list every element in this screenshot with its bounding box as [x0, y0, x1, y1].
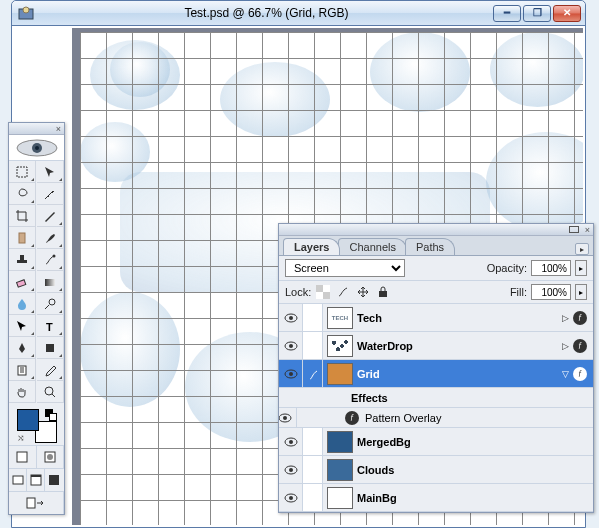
visibility-toggle[interactable]	[279, 408, 297, 427]
link-cell[interactable]	[303, 360, 323, 387]
visibility-toggle[interactable]	[279, 428, 303, 455]
collapse-icon[interactable]: ▽	[562, 369, 569, 379]
notes-tool[interactable]	[9, 359, 36, 381]
tab-layers[interactable]: Layers	[283, 238, 340, 255]
palette-header[interactable]: ×	[279, 224, 593, 236]
fx-icon[interactable]: ƒ	[573, 367, 587, 381]
layer-name[interactable]: Grid	[357, 368, 562, 380]
layer-thumbnail[interactable]	[327, 335, 353, 357]
slice-tool[interactable]	[37, 205, 64, 227]
swap-colors-icon[interactable]: ⤭	[17, 433, 25, 443]
visibility-toggle[interactable]	[279, 360, 303, 387]
layer-thumbnail[interactable]	[327, 431, 353, 453]
link-cell[interactable]	[303, 304, 323, 331]
visibility-toggle[interactable]	[279, 484, 303, 511]
close-button[interactable]: ✕	[553, 5, 581, 22]
move-tool[interactable]	[37, 161, 64, 183]
quickmask-mode-button[interactable]	[37, 446, 65, 468]
layer-row[interactable]: WaterDrop ▷ƒ	[279, 332, 593, 360]
layer-row[interactable]: Grid ▽ƒ	[279, 360, 593, 388]
layer-name[interactable]: Tech	[357, 312, 562, 324]
link-cell[interactable]	[303, 484, 323, 511]
fx-icon[interactable]: ƒ	[573, 339, 587, 353]
path-select-tool[interactable]	[9, 315, 36, 337]
effect-row[interactable]: ƒ Pattern Overlay	[279, 408, 593, 428]
standard-mode-button[interactable]	[9, 446, 37, 468]
close-icon[interactable]: ×	[585, 225, 590, 235]
layer-thumbnail[interactable]	[327, 487, 353, 509]
minimize-button[interactable]: ━	[493, 5, 521, 22]
screen-mode-standard[interactable]	[9, 469, 27, 491]
heal-tool[interactable]	[9, 227, 36, 249]
expand-icon[interactable]: ▷	[562, 313, 569, 323]
visibility-toggle[interactable]	[279, 304, 303, 331]
layer-name[interactable]: WaterDrop	[357, 340, 562, 352]
layers-palette[interactable]: × Layers Channels Paths Screen Opacity: …	[278, 223, 594, 513]
layer-thumbnail[interactable]	[327, 459, 353, 481]
close-icon[interactable]: ×	[56, 124, 61, 134]
tab-paths[interactable]: Paths	[405, 238, 455, 255]
screen-mode-menubar[interactable]	[27, 469, 45, 491]
lock-transparency-icon[interactable]	[315, 284, 331, 300]
svg-point-10	[49, 299, 55, 305]
layer-name[interactable]: MainBg	[357, 492, 593, 504]
brush-tool[interactable]	[37, 227, 64, 249]
expand-icon[interactable]: ▷	[562, 341, 569, 351]
zoom-tool[interactable]	[37, 381, 64, 403]
gradient-tool[interactable]	[37, 271, 64, 293]
visibility-toggle[interactable]	[279, 332, 303, 359]
pen-tool[interactable]	[9, 337, 36, 359]
layer-row[interactable]: Clouds	[279, 456, 593, 484]
toolbox-palette[interactable]: × T ⤭	[8, 122, 65, 515]
blur-tool[interactable]	[9, 293, 36, 315]
palette-menu-button[interactable]	[575, 243, 589, 255]
visibility-toggle[interactable]	[279, 456, 303, 483]
titlebar[interactable]: Test.psd @ 66.7% (Grid, RGB) ━ ❐ ✕	[12, 1, 585, 26]
jump-to-button[interactable]	[9, 492, 64, 514]
layer-row[interactable]: TECH Tech ▷ƒ	[279, 304, 593, 332]
shape-tool[interactable]	[37, 337, 64, 359]
foreground-color-swatch[interactable]	[17, 409, 39, 431]
layer-thumbnail[interactable]: TECH	[327, 307, 353, 329]
svg-point-14	[45, 387, 53, 395]
color-swatches[interactable]: ⤭	[9, 403, 64, 445]
opacity-flyout[interactable]: ▸	[575, 260, 587, 276]
default-colors-icon[interactable]	[45, 409, 57, 421]
fill-flyout[interactable]: ▸	[575, 284, 587, 300]
effects-header[interactable]: Effects	[279, 388, 593, 408]
crop-tool[interactable]	[9, 205, 36, 227]
layer-list[interactable]: TECH Tech ▷ƒ WaterDrop ▷ƒ Grid ▽ƒ Effect…	[279, 304, 593, 512]
blend-mode-select[interactable]: Screen	[285, 259, 405, 277]
eyedropper-tool[interactable]	[37, 359, 64, 381]
fill-label: Fill:	[510, 286, 527, 298]
history-brush-tool[interactable]	[37, 249, 64, 271]
type-tool[interactable]: T	[37, 315, 64, 337]
fill-input[interactable]	[531, 284, 571, 300]
lock-all-icon[interactable]	[375, 284, 391, 300]
maximize-button[interactable]: ❐	[523, 5, 551, 22]
hand-tool[interactable]	[9, 381, 36, 403]
dock-icon[interactable]	[569, 226, 579, 233]
wand-tool[interactable]	[37, 183, 64, 205]
stamp-tool[interactable]	[9, 249, 36, 271]
eraser-tool[interactable]	[9, 271, 36, 293]
fx-icon[interactable]: ƒ	[573, 311, 587, 325]
layer-thumbnail[interactable]	[327, 363, 353, 385]
layer-row[interactable]: MergedBg	[279, 428, 593, 456]
screen-mode-full[interactable]	[45, 469, 63, 491]
layer-name[interactable]: Clouds	[357, 464, 593, 476]
tab-channels[interactable]: Channels	[338, 238, 406, 255]
layer-name[interactable]: MergedBg	[357, 436, 593, 448]
effect-name[interactable]: Pattern Overlay	[365, 412, 441, 424]
link-cell[interactable]	[303, 456, 323, 483]
lock-position-icon[interactable]	[355, 284, 371, 300]
lock-image-icon[interactable]	[335, 284, 351, 300]
palette-header[interactable]: ×	[9, 123, 64, 135]
opacity-input[interactable]	[531, 260, 571, 276]
lasso-tool[interactable]	[9, 183, 36, 205]
marquee-tool[interactable]	[9, 161, 36, 183]
dodge-tool[interactable]	[37, 293, 64, 315]
link-cell[interactable]	[303, 332, 323, 359]
layer-row[interactable]: MainBg	[279, 484, 593, 512]
link-cell[interactable]	[303, 428, 323, 455]
